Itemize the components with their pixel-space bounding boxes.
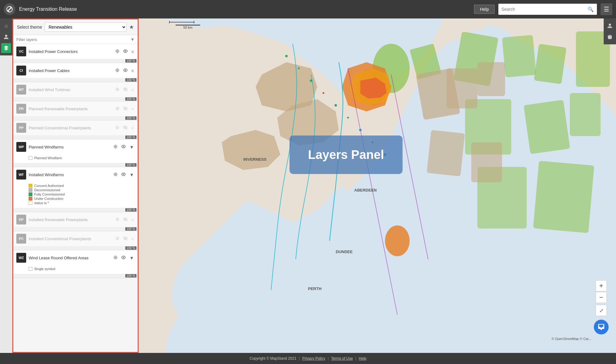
- filter-input[interactable]: [16, 37, 130, 42]
- back-btn-pp[interactable]: <: [131, 125, 135, 131]
- target-btn-pr[interactable]: [115, 106, 120, 112]
- back-btn-ci[interactable]: <: [131, 67, 135, 74]
- layer-group-wp: WP Planned Windfarms ▼: [13, 140, 138, 167]
- target-btn-pc[interactable]: [115, 236, 120, 242]
- visibility-btn-pr[interactable]: [123, 106, 128, 112]
- svg-line-51: [124, 217, 127, 221]
- chevron-btn-wf[interactable]: ▼: [129, 172, 135, 178]
- map-area[interactable]: INVERNESS ABERDEEN DUNDEE PERTH 50 km La…: [139, 18, 616, 353]
- layer-row-wt: WT Installed Wind Turbines: [13, 82, 138, 97]
- visibility-btn-pc[interactable]: [123, 236, 128, 242]
- pct-label-rp: 100 %: [125, 227, 136, 231]
- target-btn-vc[interactable]: [115, 48, 120, 55]
- sidebar-layers-icon[interactable]: [1, 43, 11, 53]
- pct-label-wt: 100 %: [125, 97, 136, 101]
- chat-button[interactable]: [594, 320, 609, 334]
- legend-label-wp-1: Planned Windfarm: [34, 156, 62, 160]
- header: Energy Transition Release Help 🔍 ☰: [0, 0, 616, 18]
- svg-point-92: [347, 117, 349, 119]
- target-btn-wp[interactable]: [113, 144, 118, 150]
- chevron-btn-wp[interactable]: ▼: [129, 144, 135, 150]
- layer-name-pr: Planned Renewable Powerplants: [29, 107, 112, 111]
- zoom-in-button[interactable]: +: [596, 280, 607, 291]
- pct-label-wp: 100 %: [125, 163, 136, 167]
- target-btn-wz[interactable]: [113, 255, 118, 261]
- visibility-btn-wp[interactable]: [121, 144, 126, 150]
- layer-badge-wt: WT: [16, 85, 26, 95]
- target-btn-ci[interactable]: [115, 67, 120, 74]
- layer-actions-wf: ▼: [113, 172, 135, 178]
- visibility-btn-vc[interactable]: [123, 48, 128, 55]
- svg-point-57: [114, 256, 117, 259]
- search-input[interactable]: [501, 7, 586, 12]
- right-trash-icon[interactable]: [605, 32, 615, 42]
- layer-actions-pr: <: [115, 106, 135, 112]
- legend-box-wf-3: [29, 192, 32, 196]
- pct-label-wz: 100 %: [125, 274, 136, 277]
- svg-point-88: [298, 67, 300, 69]
- chevron-btn-wz[interactable]: ▼: [129, 255, 135, 261]
- sidebar-home-icon[interactable]: ⌂: [1, 21, 11, 31]
- layers-panel: Select theme Renewables ★ ▼ VC Installed…: [12, 18, 139, 353]
- visibility-btn-wz[interactable]: [121, 255, 126, 261]
- footer-help-link[interactable]: Help: [359, 356, 367, 361]
- footer-privacy-link[interactable]: Privacy Policy: [302, 356, 325, 361]
- layer-name-wp: Planned Windfarms: [29, 145, 110, 149]
- layer-badge-wp: WP: [16, 142, 26, 152]
- target-btn-wf[interactable]: [113, 172, 118, 178]
- svg-rect-75: [534, 44, 566, 84]
- svg-rect-74: [502, 35, 536, 77]
- svg-text:DUNDEE: DUNDEE: [336, 249, 353, 254]
- filter-icon: ▼: [130, 37, 135, 42]
- zoom-out-button[interactable]: −: [596, 292, 607, 303]
- pct-bar-ci: 100 %: [13, 78, 138, 82]
- layer-badge-wf: WF: [16, 170, 26, 180]
- right-user-icon[interactable]: [605, 21, 615, 31]
- theme-label: Select theme: [17, 25, 42, 30]
- visibility-btn-wt[interactable]: [123, 87, 128, 93]
- visibility-btn-pp[interactable]: [123, 125, 128, 131]
- svg-rect-83: [447, 68, 477, 108]
- layer-actions-pc: <: [115, 236, 135, 242]
- layer-row-rp: RP Installed Renewable Powerplants <: [13, 212, 138, 227]
- layer-row-ci: CI Installed Power Cables <: [13, 63, 138, 78]
- scale-label: 50 km: [183, 26, 192, 29]
- map-attribution: © OpenStreetMap © Car...: [552, 337, 591, 341]
- pct-label-vc: 100 %: [125, 59, 136, 63]
- layer-name-pp: Planned Conventional Powerplants: [29, 126, 112, 130]
- target-btn-pp[interactable]: [115, 125, 120, 131]
- sidebar-user-icon[interactable]: [1, 32, 11, 42]
- help-button[interactable]: Help: [474, 5, 495, 14]
- footer-sep-3: |: [355, 356, 356, 361]
- back-btn-pc[interactable]: <: [131, 236, 135, 242]
- back-btn-wt[interactable]: <: [131, 87, 135, 93]
- layer-badge-pc: PC: [16, 234, 26, 244]
- visibility-btn-wf[interactable]: [121, 172, 126, 178]
- pct-bar-wf: 100 %: [13, 208, 138, 212]
- back-btn-rp[interactable]: <: [131, 216, 135, 223]
- layer-name-wf: Installed Windfarms: [29, 172, 110, 177]
- svg-point-87: [285, 55, 288, 57]
- footer-terms-link[interactable]: Terms of Use: [331, 356, 353, 361]
- target-btn-wt[interactable]: [115, 87, 120, 93]
- visibility-btn-rp[interactable]: [123, 216, 128, 223]
- legend-wz: Single symbol: [13, 265, 138, 274]
- layer-row-wz: WZ Wind Lease Round Offered Areas: [13, 250, 138, 265]
- legend-item-wf-5: status is *: [29, 201, 134, 205]
- svg-rect-78: [524, 100, 570, 154]
- svg-point-48: [117, 219, 118, 220]
- expand-button[interactable]: ⤢: [596, 305, 607, 316]
- theme-dropdown[interactable]: Renewables: [45, 22, 127, 32]
- app-logo: [4, 3, 15, 15]
- target-btn-rp[interactable]: [115, 216, 120, 223]
- menu-button[interactable]: ☰: [601, 3, 612, 15]
- pct-bar-pc: 100 %: [13, 246, 138, 250]
- svg-rect-84: [477, 62, 505, 96]
- visibility-btn-ci[interactable]: [123, 67, 128, 74]
- layer-name-ci: Installed Power Cables: [29, 68, 112, 73]
- star-button[interactable]: ★: [129, 24, 134, 30]
- back-btn-vc[interactable]: <: [131, 48, 135, 55]
- svg-point-52: [117, 238, 118, 239]
- back-btn-pr[interactable]: <: [131, 106, 135, 112]
- left-sidebar: ⌂: [0, 18, 12, 55]
